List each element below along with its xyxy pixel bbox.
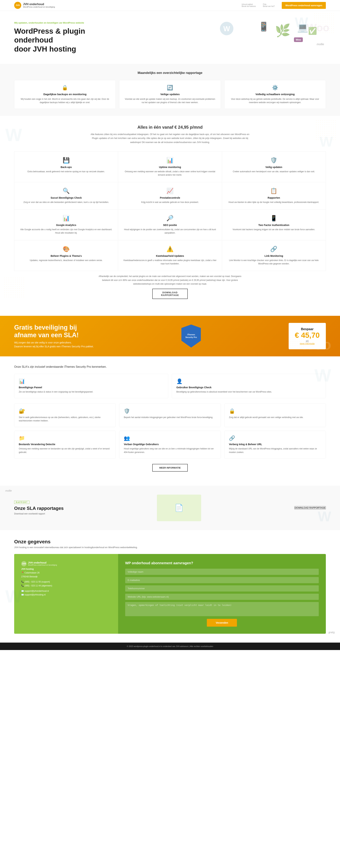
feature-desc-1: Voordat uw site wordt ge-update maken wi… [124,97,216,104]
security-features-mid: 🔐 Stel in welk gebruikersniveaus op uw s… [14,404,326,427]
password-icon: 🔐 [19,408,111,414]
allinone-item-desc-5: Houd uw klanten te allen tijde op de hoo… [227,200,321,204]
security-top-title-0: Beveiligings Paneel [19,386,164,389]
allinone-item-11: 🔗 Link Monitoring Link Monitor is een kr… [222,240,326,271]
security-intro: Onze SLA's zijn inclusief onderstaande i… [14,365,326,368]
sucuri-icon: 🔍 [19,187,113,194]
analytics-icon: 📊 [19,215,113,221]
contact-title: Onze gegevens [14,539,326,545]
allinone-item-title-0: Back-ups [19,166,113,168]
vragen-textarea[interactable] [125,602,319,616]
allinone-item-desc-7: Houd wijzigingen in de positie van zoekr… [123,228,217,235]
allinone-item-desc-6: Alle Google accounts die u nodig heeft e… [19,228,113,235]
rapporten-icon: 📋 [227,187,321,194]
feature-title-0: Dagelijkse backups en monitoring [19,93,111,96]
allinone-item-title-3: Sucuri Beveiligings Check [19,196,113,199]
contact-logo-sub: WordPress onderhoud en beveiliging [28,564,57,566]
naam-input[interactable] [125,569,319,575]
ontzorging-icon: ⚙️ [229,85,321,91]
features-grid: 🔒 Dagelijkse backups en monitoring Wij h… [14,80,326,109]
plugins-icon: 🎨 [19,246,113,252]
hero-section: W Woo Wij updaten, onderhouden en beveil… [0,11,340,64]
allinone-section: W W Alles in één vanaf € 24,95 p/mnd All… [0,116,340,316]
svg-text:W: W [223,25,230,33]
contact-address: JVH hosting 📍 Catarinalaan 262765AB Blei… [21,567,111,579]
contact-logo-icon: JVH [21,561,27,566]
feature-title-2: Volledig schaalbare ontzorging [229,93,321,96]
allinone-item-6: 📊 Google Analytics Alle Google accounts … [14,210,118,240]
allinone-item-title-11: Link Monitoring [227,254,321,257]
allinone-item-desc-4: Krijg inzicht in wat uw website gebruik … [123,200,217,204]
email-input[interactable] [125,577,319,583]
header: JVH JVH onderhoud WordPress onderhoud en… [0,0,340,11]
orange-banner-desc: Wij zorgen dat uw site veilig is voor on… [14,341,94,349]
allinone-item-9: 🎨 Beheer Plugins & Thema's Updates, regr… [14,240,118,271]
veilig-updaten-icon: 🛡️ [227,157,321,163]
contact-form-title: WP onderhoud abonnement aanvragen? [125,561,319,565]
file-detection-icon: 📁 [19,435,111,441]
allinone-item-title-8: Two Factor Authentication [227,224,321,226]
security-card-bestands-detectie: 📁 Bestands Verandering Detectie Ontvang … [14,431,116,459]
security-card-mid-1: 🛡️ Beperk het aantal mislukte inlogpogin… [119,404,220,427]
allinone-item-2: 🛡️ Veilig updaten Creëer automatisch een… [222,152,326,182]
allinone-item-desc-11: Link Monitor is een krachtige checker vo… [227,259,321,266]
hero-title: WordPress & plugin onderhouddoor JVH hos… [14,27,121,54]
sla-left: RAPPORT Onze SLA rapportages Download ee… [14,501,64,515]
feature-desc-0: Wij houden een oogje in het zeil. Mocht … [19,97,111,104]
security-card-verban-gebruikers: 👥 Verban Ongeldige Gebruikers Houd ongel… [119,431,220,459]
security-features-top: 📊 Beveiligings Paneel Zie uw beveiliging… [14,374,326,398]
download-rapportage-button[interactable]: DOWNLOAD RAPPORTAGE [152,289,188,299]
allinone-item-desc-10: Kwetsbaarhedenscore.io geeft u realtime … [123,259,217,266]
hero-image: 🌿 💻 📱 ✅ W mollie Woo [219,22,326,57]
allinone-item-title-2: Veilig updaten [227,166,321,168]
main-nav: Inhoud pakket Bevat uw features Prijs Be… [242,2,326,9]
security-mid-desc-2: Zorg dat er altijd gebruik wordt gemaakt… [229,416,321,419]
allinone-item-desc-8: Voorkomt dat hackers toegang krijgen tot… [227,228,321,231]
security-section: W Onze SLA's zijn inclusief onderstaande… [0,356,340,486]
contact-grid: JVH JVH onderhoud WordPress onderhoud en… [14,554,326,634]
logo-area: JVH JVH onderhoud WordPress onderhoud en… [14,2,55,9]
website-input[interactable] [125,594,319,600]
security-bottom-title-2: Verberg Inlog & Beheer URL [229,443,321,446]
security-top-title-1: Gebruiker Beveiligings Check [176,386,321,389]
header-cta-button[interactable]: WordPress onderhoud aanvragen [282,2,326,9]
security-top-desc-1: Beveiliging op gebruikersniveau is absol… [176,390,321,394]
meer-informatie-button[interactable]: MEER INFORMATIE [152,464,188,471]
allinone-item-10: ⚠️ Kwetsbaarheid Updates Kwetsbaarhedens… [118,240,222,271]
allinone-item-title-4: Prestatiecontrole [123,196,217,199]
allinone-item-desc-2: Creëer automatisch een herstelpunt voor … [227,170,321,173]
security-bottom-desc-1: Houd ongeldige gebruikers weg van uw sit… [124,447,216,454]
security-card-mid-0: 🔐 Stel in welk gebruikersniveaus op uw s… [14,404,116,427]
beveiligings-paneel-icon: 📊 [19,378,164,384]
allinone-item-0: 💾 Back-ups Extra betrouwbaar, wordt gele… [14,152,118,182]
rapportage-note: Afhankelijk van de complexiteit, het aan… [81,271,259,307]
link-monitoring-icon: 🔗 [227,246,321,252]
sla-download-area: DOWNLOAD RAPPORTAGE [294,506,326,509]
telefoon-input[interactable] [125,585,319,592]
download-sla-button[interactable]: DOWNLOAD RAPPORTAGE [294,506,326,509]
uptime-icon: 📊 [123,157,217,163]
nav-item-prijs[interactable]: Prijs Bevat van het? [263,3,275,7]
security-mid-desc-0: Stel in welk gebruikersniveaus op uw sit… [19,416,111,423]
allinone-item-3: 🔍 Sucuri Beveiligings Check Zorg er voor… [14,182,118,209]
allinone-item-desc-3: Zorg er voor dat uw sites en alle bestan… [19,200,113,204]
allinone-item-title-6: Google Analytics [19,224,113,226]
sla-subtitle: Download een voorbeeld rapport [14,513,64,515]
logo-icon: JVH [14,2,21,9]
allinone-item-title-9: Beheer Plugins & Thema's [19,254,113,257]
nav-item-inhoud[interactable]: Inhoud pakket Bevat uw features [242,3,256,7]
backups-icon: 💾 [19,157,113,163]
submit-button[interactable]: Verzenden [207,619,237,627]
contact-left-panel: JVH JVH onderhoud WordPress onderhoud en… [14,554,118,634]
bruteforce-icon: 🛡️ [124,408,216,414]
security-card-verberg-url: 🔗 Verberg Inlog & Beheer URL Wijzig de s… [224,431,326,459]
allinone-item-desc-1: Ontvang een melding wanneer uw website s… [123,170,217,177]
allinone-item-title-5: Rapporten [227,196,321,199]
sla-title: Onze SLA rapportages [14,505,64,511]
orange-banner-center: iThemes Security Pro [181,324,201,347]
footer-text: © 2023 wordpress-plugin-onderhoud.nl is … [14,645,326,647]
orange-banner-title: Gratis beveiliging bijafname van een SLA… [14,323,94,339]
allinone-item-title-1: Uptime monitoring [123,166,217,168]
orange-banner-left: Gratis beveiliging bijafname van een SLA… [14,323,94,349]
2fa-icon: 📱 [227,215,321,221]
